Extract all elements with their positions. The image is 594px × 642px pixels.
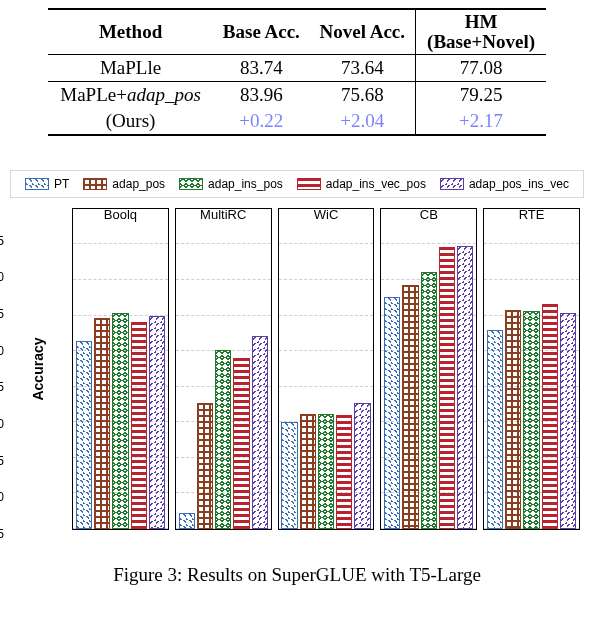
bar-adap_pos_ins_vec <box>149 316 165 529</box>
cell-base: 83.96 <box>213 81 309 108</box>
bar-adap_ins_vec_pos <box>336 415 352 529</box>
y-axis-label: Accuracy <box>30 337 46 400</box>
th-hm-line1: HM <box>465 11 498 32</box>
th-novel: Novel Acc. <box>310 9 416 54</box>
y-ticks: 0.550.600.650.700.750.800.850.900.95 <box>0 204 8 534</box>
bar-PT <box>179 513 195 529</box>
legend-label: adap_ins_vec_pos <box>326 177 426 191</box>
cell-method: MaPLe+adap_pos <box>48 81 213 108</box>
y-tick-label: 0.85 <box>0 307 4 321</box>
chart-panels: BoolqMultiRCWiCCBRTE <box>72 208 580 530</box>
bar-adap_pos_ins_vec <box>560 313 576 528</box>
cell-sub: (Ours) <box>48 108 213 135</box>
y-tick-label: 0.70 <box>0 417 4 431</box>
bar-adap_pos_ins_vec <box>457 246 473 529</box>
cell-hm: 77.08 <box>416 54 546 81</box>
legend-label: PT <box>54 177 69 191</box>
bar-adap_pos <box>402 285 418 529</box>
th-base: Base Acc. <box>213 9 309 54</box>
chart-panel: Boolq <box>72 208 169 530</box>
chart-legend: PTadap_posadap_ins_posadap_ins_vec_posad… <box>10 170 584 198</box>
legend-label: adap_pos_ins_vec <box>469 177 569 191</box>
bar-chart: Accuracy 0.550.600.650.700.750.800.850.9… <box>10 204 584 534</box>
th-hm: HM (Base+Novel) <box>416 9 546 54</box>
bar-adap_ins_pos <box>215 350 231 529</box>
chart-panel: MultiRC <box>175 208 272 530</box>
bar-adap_ins_vec_pos <box>439 247 455 529</box>
y-tick-label: 0.75 <box>0 380 4 394</box>
legend-item: adap_ins_vec_pos <box>297 177 426 191</box>
table-row: MaPLe+adap_pos 83.96 75.68 79.25 <box>48 81 546 108</box>
y-tick-label: 0.95 <box>0 234 4 248</box>
bar-adap_pos <box>505 310 521 529</box>
bar-adap_ins_pos <box>523 311 539 529</box>
bar-adap_pos_ins_vec <box>354 403 370 529</box>
cell-delta-novel: +2.04 <box>310 108 416 135</box>
cell-novel: 73.64 <box>310 54 416 81</box>
legend-item: PT <box>25 177 69 191</box>
chart-panel: RTE <box>483 208 580 530</box>
legend-swatch <box>83 178 107 190</box>
y-tick-label: 0.80 <box>0 344 4 358</box>
legend-item: adap_ins_pos <box>179 177 283 191</box>
bar-adap_pos_ins_vec <box>252 336 268 529</box>
legend-swatch <box>25 178 49 190</box>
legend-label: adap_ins_pos <box>208 177 283 191</box>
cell-delta-base: +0.22 <box>213 108 309 135</box>
bar-PT <box>76 341 92 529</box>
y-tick-label: 0.60 <box>0 490 4 504</box>
chart-panel: WiC <box>278 208 375 530</box>
th-method: Method <box>48 9 213 54</box>
cell-method: MaPLle <box>48 54 213 81</box>
figure-caption: Figure 3: Results on SuperGLUE with T5-L… <box>0 564 594 586</box>
y-tick-label: 0.55 <box>0 527 4 541</box>
legend-swatch <box>179 178 203 190</box>
bar-adap_ins_pos <box>318 414 334 528</box>
cell-delta-hm: +2.17 <box>416 108 546 135</box>
bar-adap_ins_pos <box>421 272 437 529</box>
y-tick-label: 0.90 <box>0 270 4 284</box>
bar-PT <box>281 422 297 529</box>
bar-adap_pos <box>300 414 316 529</box>
bar-adap_ins_vec_pos <box>131 322 147 529</box>
y-tick-label: 0.65 <box>0 454 4 468</box>
bar-adap_ins_vec_pos <box>542 304 558 529</box>
bar-PT <box>487 330 503 528</box>
results-table: Method Base Acc. Novel Acc. HM (Base+Nov… <box>0 0 594 142</box>
legend-item: adap_pos_ins_vec <box>440 177 569 191</box>
chart-panel: CB <box>380 208 477 530</box>
bar-PT <box>384 297 400 529</box>
cell-base: 83.74 <box>213 54 309 81</box>
bar-adap_ins_pos <box>112 313 128 529</box>
cell-novel: 75.68 <box>310 81 416 108</box>
th-hm-line2: (Base+Novel) <box>427 31 535 52</box>
cell-hm: 79.25 <box>416 81 546 108</box>
legend-label: adap_pos <box>112 177 165 191</box>
bar-adap_pos <box>94 318 110 528</box>
legend-item: adap_pos <box>83 177 165 191</box>
bar-adap_ins_vec_pos <box>233 358 249 529</box>
legend-swatch <box>440 178 464 190</box>
table-row: MaPLle 83.74 73.64 77.08 <box>48 54 546 81</box>
bar-adap_pos <box>197 403 213 529</box>
table-row: (Ours) +0.22 +2.04 +2.17 <box>48 108 546 135</box>
legend-swatch <box>297 178 321 190</box>
